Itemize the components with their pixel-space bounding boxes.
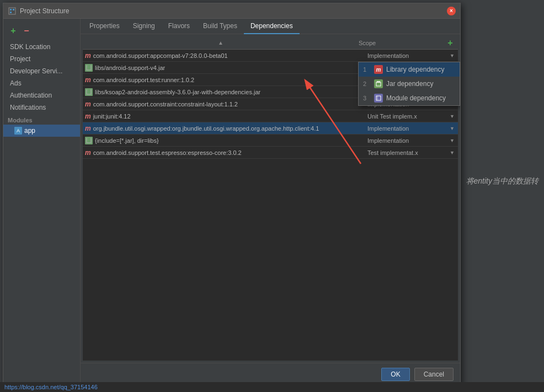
dep-row-7-name: {include=[*.jar], dir=libs} <box>85 137 367 144</box>
sidebar-item-notifications[interactable]: Notifications <box>3 101 80 114</box>
dep-row-3-name: libs/ksoap2-android-assembly-3.6.0-jar-w… <box>85 88 367 96</box>
dep-row-5-name: m junit:junit:4.12 <box>85 112 367 120</box>
dialog-icon <box>8 7 17 15</box>
dep-row-8[interactable]: m com.android.support.test.espresso:espr… <box>83 147 458 159</box>
tab-flavors[interactable]: Flavors <box>162 19 196 34</box>
sort-arrow: ▲ <box>85 40 356 46</box>
bg-chinese-text: 将entity当中的数据转 <box>466 176 538 186</box>
dep-icon-jar-3 <box>85 88 93 96</box>
url-bar: https://blog.csdn.net/qq_37154146 <box>0 382 544 392</box>
dep-icon-m-5: m <box>85 112 91 120</box>
dep-icon-jar-7 <box>85 137 93 144</box>
dep-row-0[interactable]: m com.android.support:appcompat-v7:28.0.… <box>83 50 458 62</box>
dep-add-button[interactable]: + <box>445 37 456 49</box>
dep-row-4-name: m com.android.support.constraint:constra… <box>85 100 367 108</box>
dropdown-item-library[interactable]: 1 m Library dependency <box>359 62 460 77</box>
sidebar: + − SDK Location Project Developer Servi… <box>3 19 81 385</box>
svg-rect-3 <box>10 12 12 13</box>
jar-dep-icon <box>374 79 383 88</box>
dep-icon-m-8: m <box>85 149 91 157</box>
dialog-body: + − SDK Location Project Developer Servi… <box>3 19 460 385</box>
tab-signing[interactable]: Signing <box>126 19 162 34</box>
dep-row-7-scope: Implementation ▼ <box>367 137 456 144</box>
library-dep-icon: m <box>374 65 383 74</box>
dep-scope-arrow-5: ▼ <box>450 114 455 119</box>
backdrop: 将entity当中的数据转 Project Structure × + <box>0 0 544 392</box>
sidebar-item-app[interactable]: A app <box>3 125 80 137</box>
dep-icon-m-6: m <box>85 125 91 132</box>
dep-row-8-name: m com.android.support.test.espresso:espr… <box>85 149 367 157</box>
svg-rect-5 <box>87 65 90 66</box>
svg-rect-8 <box>87 138 91 143</box>
dep-row-6[interactable]: m org.jbundle.util.osgi.wrapped:org.jbun… <box>83 122 458 135</box>
svg-rect-6 <box>87 90 91 94</box>
svg-rect-12 <box>376 96 381 100</box>
dep-row-0-scope: Implementation ▼ <box>367 52 456 59</box>
dep-scope-arrow-0: ▼ <box>450 53 455 58</box>
title-bar: Project Structure × <box>3 3 460 19</box>
tabs-bar: Properties Signing Flavors Build Types D… <box>81 19 460 34</box>
dep-scope-arrow-6: ▼ <box>450 126 455 131</box>
sidebar-item-developer-services[interactable]: Developer Servi... <box>3 65 80 77</box>
dropdown-item-module[interactable]: 3 Module dependency <box>359 91 460 105</box>
app-module-icon: A <box>14 127 22 135</box>
sidebar-item-authentication[interactable]: Authentication <box>3 89 80 101</box>
cancel-button[interactable]: Cancel <box>414 368 454 381</box>
main-content: Properties Signing Flavors Build Types D… <box>81 19 460 385</box>
add-item-button[interactable]: + <box>8 25 19 36</box>
dep-col-name-header: ▲ <box>85 40 356 46</box>
svg-rect-0 <box>9 8 15 14</box>
module-dep-icon <box>374 94 383 103</box>
dep-row-5[interactable]: m junit:junit:4.12 Unit Test implem.x ▼ <box>83 110 458 122</box>
sidebar-toolbar: + − <box>3 23 80 41</box>
svg-rect-9 <box>87 137 90 139</box>
sidebar-item-sdk-location[interactable]: SDK Location <box>3 41 80 53</box>
dep-scope-arrow-8: ▼ <box>450 150 455 155</box>
svg-rect-2 <box>13 9 14 10</box>
sidebar-item-project[interactable]: Project <box>3 53 80 65</box>
dep-row-7[interactable]: {include=[*.jar], dir=libs} Implementati… <box>83 135 458 147</box>
tab-properties[interactable]: Properties <box>83 19 126 34</box>
modules-section-header: Modules <box>3 114 80 125</box>
close-button[interactable]: × <box>447 7 456 15</box>
dependencies-area: ▲ Scope + m com.android.support:appcompa… <box>81 34 460 363</box>
svg-rect-11 <box>377 81 380 83</box>
dialog-title: Project Structure <box>20 7 447 15</box>
svg-rect-1 <box>10 9 12 10</box>
svg-rect-10 <box>376 82 381 86</box>
dep-icon-m-4: m <box>85 100 91 108</box>
dep-col-scope-header: Scope <box>356 40 445 46</box>
tab-dependencies[interactable]: Dependencies <box>244 19 300 34</box>
remove-item-button[interactable]: − <box>21 25 32 36</box>
svg-rect-7 <box>87 89 90 90</box>
dropdown-item-jar[interactable]: 2 Jar dependency <box>359 77 460 91</box>
dep-row-2-name: m com.android.support.test:runner:1.0.2 <box>85 76 367 84</box>
svg-rect-4 <box>87 66 91 70</box>
dep-icon-jar-1 <box>85 64 93 72</box>
dep-row-6-scope: Implementation ▼ <box>367 125 456 132</box>
tab-build-types[interactable]: Build Types <box>196 19 244 34</box>
dep-row-8-scope: Test implementat.x ▼ <box>367 149 456 156</box>
sidebar-item-ads[interactable]: Ads <box>3 77 80 89</box>
dep-icon-m-2: m <box>85 76 91 84</box>
dep-table-header: ▲ Scope + <box>83 36 458 50</box>
dep-row-0-name: m com.android.support:appcompat-v7:28.0.… <box>85 52 367 60</box>
project-structure-dialog: Project Structure × + − SDK Location Pro… <box>3 3 461 386</box>
dep-row-6-name: m org.jbundle.util.osgi.wrapped:org.jbun… <box>85 125 367 132</box>
dep-scope-arrow-7: ▼ <box>450 138 455 143</box>
dep-row-5-scope: Unit Test implem.x ▼ <box>367 113 456 120</box>
dep-icon-m-0: m <box>85 52 91 60</box>
dep-row-1-name: libs/android-support-v4.jar <box>85 64 367 72</box>
ok-button[interactable]: OK <box>381 368 409 381</box>
add-dependency-dropdown: 1 m Library dependency 2 Jar dependency <box>358 62 460 106</box>
